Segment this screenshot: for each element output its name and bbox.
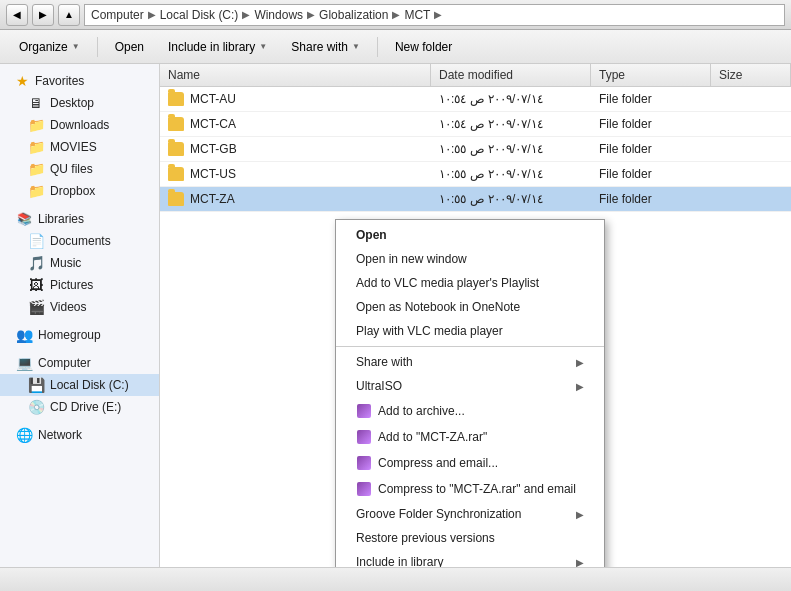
file-size-cell	[711, 164, 791, 184]
new-folder-button[interactable]: New folder	[384, 34, 463, 60]
libraries-section: 📚 Libraries 📄 Documents 🎵 Music 🖼 Pictur…	[0, 208, 159, 318]
folder-icon	[168, 142, 184, 156]
ctx-add-vlc-playlist[interactable]: Add to VLC media player's Playlist	[336, 271, 604, 295]
col-header-size[interactable]: Size	[711, 64, 791, 86]
sidebar-network[interactable]: 🌐 Network	[0, 424, 159, 446]
network-icon: 🌐	[16, 427, 32, 443]
up-button[interactable]: ▲	[58, 4, 80, 26]
file-area: Name Date modified Type Size MCT-AU ٢٠٠٩…	[160, 64, 791, 567]
music-icon: 🎵	[28, 255, 44, 271]
ctx-compress-rar-email[interactable]: Compress to "MCT-ZA.rar" and email	[336, 476, 604, 502]
file-name-cell: MCT-GB	[160, 139, 431, 159]
ctx-ultraiso[interactable]: UltraISO ▶	[336, 374, 604, 398]
ctx-restore-versions[interactable]: Restore previous versions	[336, 526, 604, 550]
breadcrumb[interactable]: Computer ▶ Local Disk (C:) ▶ Windows ▶ G…	[84, 4, 785, 26]
file-date-cell: ٢٠٠٩/٠٧/١٤ ص ١٠:٥٥	[431, 189, 591, 209]
file-size-cell	[711, 189, 791, 209]
folder-icon: 📁	[28, 161, 44, 177]
videos-icon: 🎬	[28, 299, 44, 315]
ctx-open-onenote[interactable]: Open as Notebook in OneNote	[336, 295, 604, 319]
folder-icon: 📁	[28, 183, 44, 199]
folder-icon	[168, 192, 184, 206]
submenu-arrow: ▶	[576, 557, 584, 568]
computer-icon: 💻	[16, 355, 32, 371]
file-name-cell: MCT-AU	[160, 89, 431, 109]
star-icon: ★	[16, 73, 29, 89]
sidebar-item-movies[interactable]: 📁 MOVIES	[0, 136, 159, 158]
cddrive-icon: 💿	[28, 399, 44, 415]
sidebar-homegroup[interactable]: 👥 Homegroup	[0, 324, 159, 346]
ctx-groove-sync[interactable]: Groove Folder Synchronization ▶	[336, 502, 604, 526]
breadcrumb-windows[interactable]: Windows	[254, 8, 303, 22]
breadcrumb-globalization[interactable]: Globalization	[319, 8, 388, 22]
ctx-add-archive[interactable]: Add to archive...	[336, 398, 604, 424]
localdisk-icon: 💾	[28, 377, 44, 393]
sidebar-item-videos[interactable]: 🎬 Videos	[0, 296, 159, 318]
ctx-compress-email[interactable]: Compress and email...	[336, 450, 604, 476]
organize-button[interactable]: Organize ▼	[8, 34, 91, 60]
folder-icon	[168, 92, 184, 106]
table-row[interactable]: MCT-US ٢٠٠٩/٠٧/١٤ ص ١٠:٥٥ File folder	[160, 162, 791, 187]
winrar-icon	[356, 455, 372, 471]
winrar-icon	[356, 403, 372, 419]
ctx-include-library[interactable]: Include in library ▶	[336, 550, 604, 567]
toolbar-separator-2	[377, 37, 378, 57]
computer-header: 💻 Computer	[0, 352, 159, 374]
back-button[interactable]: ◀	[6, 4, 28, 26]
sidebar-item-dropbox[interactable]: 📁 Dropbox	[0, 180, 159, 202]
table-row[interactable]: MCT-ZA ٢٠٠٩/٠٧/١٤ ص ١٠:٥٥ File folder	[160, 187, 791, 212]
sidebar-item-documents[interactable]: 📄 Documents	[0, 230, 159, 252]
toolbar: Organize ▼ Open Include in library ▼ Sha…	[0, 30, 791, 64]
breadcrumb-mct[interactable]: MCT	[404, 8, 430, 22]
include-library-button[interactable]: Include in library ▼	[157, 34, 278, 60]
title-bar: ◀ ▶ ▲ Computer ▶ Local Disk (C:) ▶ Windo…	[0, 0, 791, 30]
include-dropdown-arrow: ▼	[259, 42, 267, 51]
sidebar-item-downloads[interactable]: 📁 Downloads	[0, 114, 159, 136]
sidebar-item-qufiles[interactable]: 📁 QU files	[0, 158, 159, 180]
file-name-cell: MCT-US	[160, 164, 431, 184]
col-header-name[interactable]: Name	[160, 64, 431, 86]
col-header-type[interactable]: Type	[591, 64, 711, 86]
ctx-open-new-window[interactable]: Open in new window	[336, 247, 604, 271]
sidebar-favorites-header: ★ Favorites	[0, 70, 159, 92]
homegroup-icon: 👥	[16, 327, 32, 343]
submenu-arrow: ▶	[576, 509, 584, 520]
ctx-sep-1	[336, 346, 604, 347]
file-date-cell: ٢٠٠٩/٠٧/١٤ ص ١٠:٥٥	[431, 164, 591, 184]
table-row[interactable]: MCT-GB ٢٠٠٩/٠٧/١٤ ص ١٠:٥٥ File folder	[160, 137, 791, 162]
breadcrumb-computer[interactable]: Computer	[91, 8, 144, 22]
homegroup-section: 👥 Homegroup	[0, 324, 159, 346]
file-date-cell: ٢٠٠٩/٠٧/١٤ ص ١٠:٥٥	[431, 139, 591, 159]
file-type-cell: File folder	[591, 189, 711, 209]
file-type-cell: File folder	[591, 139, 711, 159]
folder-icon: 📁	[28, 117, 44, 133]
forward-button[interactable]: ▶	[32, 4, 54, 26]
computer-section: 💻 Computer 💾 Local Disk (C:) 💿 CD Drive …	[0, 352, 159, 418]
ctx-open[interactable]: Open	[336, 223, 604, 247]
sidebar-item-localdisk[interactable]: 💾 Local Disk (C:)	[0, 374, 159, 396]
table-row[interactable]: MCT-CA ٢٠٠٩/٠٧/١٤ ص ١٠:٥٤ File folder	[160, 112, 791, 137]
open-button[interactable]: Open	[104, 34, 155, 60]
network-section: 🌐 Network	[0, 424, 159, 446]
winrar-icon	[356, 429, 372, 445]
sidebar-item-pictures[interactable]: 🖼 Pictures	[0, 274, 159, 296]
file-type-cell: File folder	[591, 89, 711, 109]
main-layout: ★ Favorites 🖥 Desktop 📁 Downloads 📁 MOVI…	[0, 64, 791, 567]
status-bar	[0, 567, 791, 591]
ctx-share-with[interactable]: Share with ▶	[336, 350, 604, 374]
ctx-play-vlc[interactable]: Play with VLC media player	[336, 319, 604, 343]
breadcrumb-localdisk[interactable]: Local Disk (C:)	[160, 8, 239, 22]
libraries-header: 📚 Libraries	[0, 208, 159, 230]
desktop-icon: 🖥	[28, 95, 44, 111]
folder-icon: 📁	[28, 139, 44, 155]
sidebar-item-desktop[interactable]: 🖥 Desktop	[0, 92, 159, 114]
sidebar-item-music[interactable]: 🎵 Music	[0, 252, 159, 274]
table-row[interactable]: MCT-AU ٢٠٠٩/٠٧/١٤ ص ١٠:٥٤ File folder	[160, 87, 791, 112]
file-type-cell: File folder	[591, 164, 711, 184]
favorites-section: ★ Favorites 🖥 Desktop 📁 Downloads 📁 MOVI…	[0, 70, 159, 202]
sidebar-item-cddrive[interactable]: 💿 CD Drive (E:)	[0, 396, 159, 418]
col-header-date[interactable]: Date modified	[431, 64, 591, 86]
ctx-add-mct-rar[interactable]: Add to "MCT-ZA.rar"	[336, 424, 604, 450]
share-with-button[interactable]: Share with ▼	[280, 34, 371, 60]
folder-icon	[168, 117, 184, 131]
